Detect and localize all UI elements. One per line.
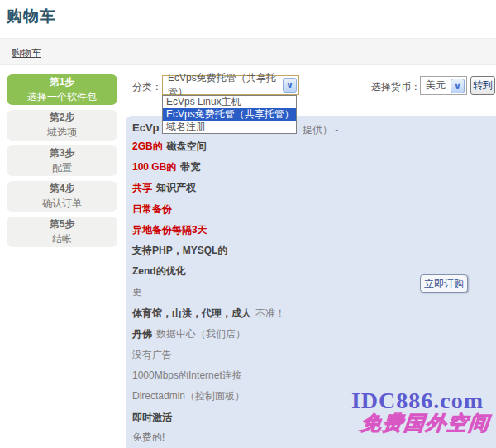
- feature-segment: 异地备份每隔3天: [132, 223, 207, 237]
- watermark-idc886: IDC886.com: [342, 388, 493, 414]
- step-label: 域选项: [47, 126, 77, 140]
- step-number: 第1步: [50, 75, 75, 89]
- feature-segment: 共享: [132, 181, 152, 195]
- feature-segment: 2GB的: [132, 140, 163, 154]
- step-number: 第3步: [50, 146, 75, 160]
- feature-line-3: 共享知识产权: [132, 178, 285, 198]
- step-item-2[interactable]: 第2步域选项: [7, 110, 117, 141]
- steps-sidebar: 第1步选择一个软件包第2步域选项第3步配置第4步确认订单第5步结帐: [7, 74, 117, 252]
- feature-segment: 没有广告: [132, 348, 172, 362]
- feature-line-10: 丹佛数据中心（我们店）: [132, 324, 285, 345]
- feature-segment: 体育馆，山洪，代理，成人: [132, 307, 251, 321]
- feature-segment: 更: [132, 285, 142, 299]
- feature-line-1: 2GB的磁盘空间: [132, 136, 285, 157]
- feature-segment: 数据中心（我们店）: [156, 327, 246, 341]
- currency-selected-value: 美元: [426, 79, 446, 93]
- step-item-3[interactable]: 第3步配置: [7, 145, 117, 176]
- chevron-down-icon: ∨: [283, 78, 297, 93]
- currency-select[interactable]: 美元 ∨: [420, 76, 467, 95]
- feature-line-7: Zend的优化: [132, 261, 285, 282]
- feature-line-6: 支持PHP，MYSQL的: [132, 241, 285, 261]
- step-item-1[interactable]: 第1步选择一个软件包: [7, 74, 117, 105]
- chevron-down-icon: ∨: [451, 79, 465, 93]
- step-item-4[interactable]: 第4步确认订单: [7, 181, 117, 212]
- category-option-1[interactable]: EcVps Linux主机: [163, 96, 296, 108]
- category-dropdown-list: EcVps Linux主机EcVps免费托管（共享托管）域名注册: [162, 95, 297, 134]
- product-panel: EcVp 提供） - 2GB的磁盘空间100 GB的带宽共享知识产权日常备份异地…: [126, 116, 496, 448]
- feature-segment: 知识产权: [156, 181, 196, 195]
- step-label: 配置: [52, 161, 72, 175]
- order-now-button[interactable]: 立即订购: [420, 274, 468, 293]
- category-option-3[interactable]: 域名注册: [163, 121, 296, 133]
- feature-segment: 日常备份: [132, 203, 172, 217]
- feature-list: 2GB的磁盘空间100 GB的带宽共享知识产权日常备份异地备份每隔3天支持PHP…: [132, 136, 285, 428]
- feature-line-2: 100 GB的带宽: [132, 157, 285, 178]
- feature-segment: 支持PHP，MYSQL的: [132, 244, 227, 258]
- product-heading-right: 提供） -: [303, 123, 338, 137]
- feature-segment: 丹佛: [132, 327, 152, 341]
- product-heading-left: EcVp: [132, 122, 160, 134]
- breadcrumb-link[interactable]: 购物车: [12, 46, 41, 60]
- category-option-2[interactable]: EcVps免费托管（共享托管）: [163, 108, 296, 121]
- currency-label: 选择货币：: [371, 80, 421, 94]
- feature-line-4: 日常备份: [132, 199, 285, 220]
- page-title: 购物车: [7, 6, 56, 27]
- breadcrumb-bar: 购物车: [0, 38, 496, 65]
- feature-segment: Zend的优化: [132, 265, 186, 279]
- feature-line-11: 没有广告: [132, 345, 285, 365]
- step-item-5[interactable]: 第5步结帐: [7, 217, 117, 247]
- free-note: 免费的!: [132, 431, 165, 445]
- currency-go-button[interactable]: 转到: [470, 76, 495, 95]
- feature-line-14: 即时激活: [132, 407, 285, 427]
- feature-segment: Directadmin（控制面板）: [132, 389, 245, 403]
- feature-line-13: Directadmin（控制面板）: [132, 386, 285, 407]
- feature-segment: 带宽: [180, 160, 200, 174]
- step-label: 选择一个软件包: [27, 90, 97, 104]
- step-number: 第4步: [50, 182, 75, 196]
- feature-line-5: 异地备份每隔3天: [132, 220, 285, 241]
- feature-segment: 100 GB的: [132, 160, 176, 174]
- feature-line-12: 1000Mbps的Internet连接: [132, 365, 285, 386]
- step-label: 确认订单: [42, 197, 82, 211]
- category-label: 分类：: [132, 80, 162, 94]
- watermark-free-space: 免费国外空间: [354, 410, 496, 436]
- category-select[interactable]: EcVps免费托管（共享托管） ∨: [162, 75, 299, 95]
- step-label: 结帐: [52, 232, 72, 246]
- step-number: 第5步: [50, 217, 75, 231]
- feature-segment: 磁盘空间: [167, 140, 207, 154]
- feature-segment: 不准！: [255, 307, 285, 321]
- step-number: 第2步: [50, 111, 75, 125]
- feature-segment: 即时激活: [132, 411, 172, 425]
- feature-line-9: 体育馆，山洪，代理，成人不准！: [132, 303, 285, 324]
- feature-line-8: 更: [132, 282, 285, 303]
- feature-segment: 1000Mbps的Internet连接: [132, 369, 242, 383]
